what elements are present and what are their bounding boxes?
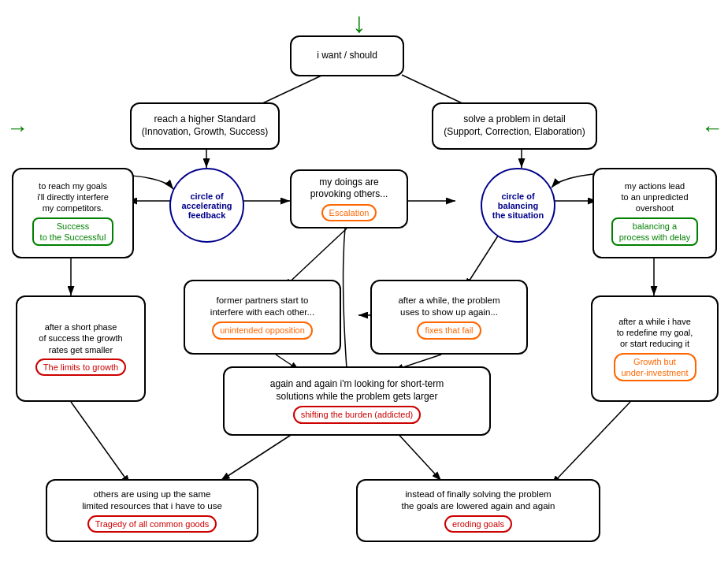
badge-balancing-delay: balancing aprocess with delay xyxy=(611,217,699,247)
former-partners-text: former partners start tointerfere with e… xyxy=(210,295,314,318)
green-top-arrow: ↓ xyxy=(352,6,366,39)
svg-line-18 xyxy=(552,402,630,485)
diagram: ↓ → ← i want / should reach a higher Sta… xyxy=(0,0,728,561)
my-actions-text: my actions leadto an unpredictedovershoo… xyxy=(621,180,688,214)
node-reach-higher: reach a higher Standard(Innovation, Grow… xyxy=(130,102,280,150)
badge-growth-underinvestment: Growth butunder-investment xyxy=(614,353,696,382)
green-left-arrow: → xyxy=(6,116,28,141)
badge-success-successful: Successto the Successful xyxy=(32,217,114,247)
node-after-while: after a while, the problemuses to show u… xyxy=(370,280,528,355)
badge-escalation: Escalation xyxy=(321,204,377,221)
node-circle-accelerating: circle ofacceleratingfeedback xyxy=(169,168,244,243)
node-circle-balancing: circle ofbalancingthe situation xyxy=(481,168,555,243)
node-solve-problem: solve a problem in detail(Support, Corre… xyxy=(432,102,597,150)
arrows-svg xyxy=(0,0,728,561)
solve-problem-text: solve a problem in detail(Support, Corre… xyxy=(444,113,585,138)
my-doings-text: my doings areprovoking others... xyxy=(310,176,388,201)
badge-fixes-that-fail: fixes that fail xyxy=(417,321,481,339)
badge-limits-growth: The limits to growth xyxy=(35,359,126,376)
node-former-partners: former partners start tointerfere with e… xyxy=(184,280,341,355)
badge-unintended-opposition: unintended opposition xyxy=(212,321,313,339)
circle-accelerating-text: circle ofacceleratingfeedback xyxy=(181,191,232,220)
badge-shifting-burden: shifting the burden (addicted) xyxy=(293,406,421,423)
svg-line-20 xyxy=(221,429,299,481)
others-using-text: others are using up the samelimited reso… xyxy=(82,489,222,512)
svg-line-19 xyxy=(394,429,441,481)
node-after-short: after a short phaseof success the growth… xyxy=(16,295,146,402)
after-while-redefine-text: after a while i haveto redefine my goal,… xyxy=(617,316,693,350)
svg-line-16 xyxy=(71,402,130,485)
node-instead-finally: instead of finally solving the problemth… xyxy=(356,479,600,542)
green-right-arrow: ← xyxy=(701,116,723,141)
instead-finally-text: instead of finally solving the problemth… xyxy=(401,489,555,512)
circle-balancing-text: circle ofbalancingthe situation xyxy=(492,191,544,220)
after-while-text: after a while, the problemuses to show u… xyxy=(398,295,500,318)
svg-line-11 xyxy=(465,228,503,288)
node-after-while-redefine: after a while i haveto redefine my goal,… xyxy=(591,295,719,402)
node-my-actions: my actions leadto an unpredictedovershoo… xyxy=(592,168,717,258)
to-reach-goals-text: to reach my goalsi'll directly interfere… xyxy=(37,180,109,214)
node-i-want: i want / should xyxy=(290,35,404,76)
after-short-text: after a short phaseof success the growth… xyxy=(39,321,122,355)
svg-line-10 xyxy=(284,228,347,288)
node-to-reach-goals: to reach my goalsi'll directly interfere… xyxy=(12,168,134,258)
node-i-want-text: i want / should xyxy=(317,50,377,62)
again-again-text: again and again i'm looking for short-te… xyxy=(270,378,444,403)
node-my-doings: my doings areprovoking others... Escalat… xyxy=(290,169,408,228)
reach-higher-text: reach a higher Standard(Innovation, Grow… xyxy=(142,113,269,138)
badge-tragedy-commons: Tragedy of all common goods xyxy=(87,515,217,533)
node-others-using: others are using up the samelimited reso… xyxy=(46,479,258,542)
badge-eroding-goals: eroding goals xyxy=(444,515,512,533)
node-again-again: again and again i'm looking for short-te… xyxy=(223,366,491,436)
